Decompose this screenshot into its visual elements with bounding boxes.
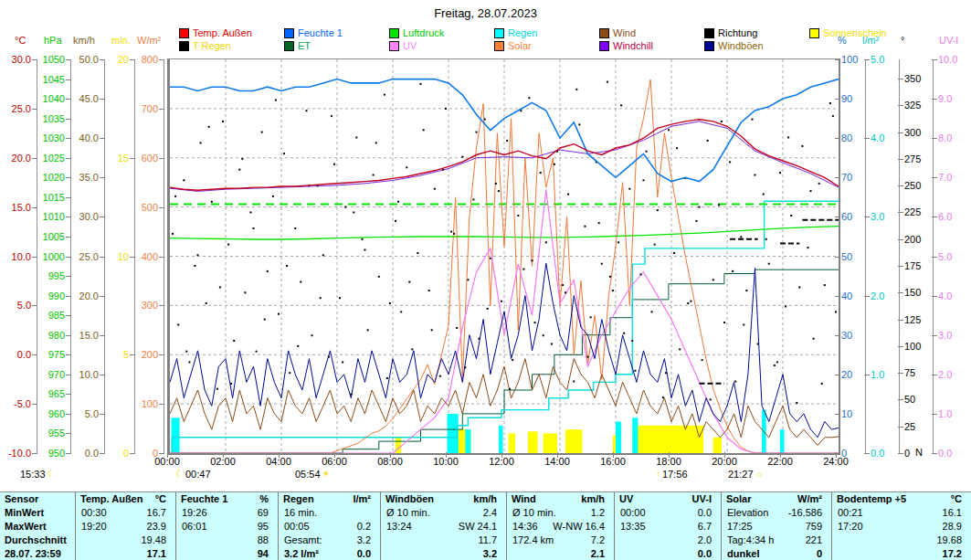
table-row-label: 28.07. 23:59 (0, 547, 75, 560)
legend-item-luftdruck[interactable]: Luftdruck (389, 27, 444, 38)
axis-tick (898, 266, 903, 267)
direction-scatter (768, 263, 770, 265)
direction-scatter (584, 226, 586, 227)
legend-label: ET (298, 40, 311, 51)
direction-scatter-2 (755, 174, 756, 176)
direction-scatter (801, 145, 803, 147)
moonrise-icon: ↑ (656, 470, 660, 479)
legend-item-wind[interactable]: Wind (599, 27, 636, 38)
legend-color-swatch (494, 41, 504, 51)
table-cell: 13:356.7 (615, 520, 721, 534)
direction-scatter (745, 290, 747, 291)
direction-scatter (206, 302, 207, 304)
legend-item-regen[interactable]: Regen (494, 27, 537, 38)
direction-scatter (456, 327, 458, 329)
direction-scatter (807, 247, 809, 248)
direction-scatter (734, 381, 736, 383)
legend-item-et[interactable]: ET (284, 40, 311, 51)
direction-scatter (646, 151, 648, 153)
axis-tick (864, 59, 870, 60)
table-cell-left: 17:20 (838, 520, 863, 534)
direction-scatter (272, 195, 274, 197)
x-axis-tick (223, 452, 224, 458)
table-column-unit: l/m² (353, 492, 371, 506)
table-cell-value: 19.68 (936, 534, 962, 547)
axis-tick-label-hpa: 1020 (26, 173, 65, 183)
legend-color-swatch (704, 28, 714, 38)
direction-scatter-2 (386, 377, 388, 379)
sunshine-bars (632, 426, 703, 453)
axis-tick-label-kmh: 15.0 (60, 331, 99, 341)
table-row-label: MinWert (0, 506, 75, 520)
axis-tick (66, 119, 71, 120)
legend-item-richtung[interactable]: Richtung (704, 27, 757, 38)
axis-tick-label-hpa: 1045 (26, 75, 65, 85)
x-axis-tick (557, 452, 558, 458)
sunshine-bars (713, 438, 722, 453)
plot-area[interactable] (167, 58, 840, 455)
sunshine-bars (509, 433, 516, 453)
axis-tick (898, 373, 903, 374)
axis-tick-label-uvi: 4.0 (938, 291, 952, 301)
table-column-name: Solar (726, 492, 752, 506)
axis-tick-label-kmh: 20.0 (60, 291, 99, 301)
direction-scatter (634, 370, 636, 372)
axis-tick (66, 197, 71, 198)
legend-item-temp-au-en[interactable]: Temp. Außen (179, 27, 252, 38)
direction-scatter (333, 164, 335, 165)
table-column-windb-en: Windböenkm/hØ 10 min.2.413:24SW 24.111.7… (381, 492, 507, 560)
direction-scatter-2 (241, 158, 243, 160)
direction-scatter-2 (331, 115, 332, 117)
direction-scatter-2 (375, 142, 377, 143)
table-cell: Ø 10 min.2.4 (381, 506, 506, 520)
legend-item-windchill[interactable]: Windchill (599, 40, 653, 51)
table-cell-left: 17:25 (727, 520, 753, 534)
astro-time-sunrise: 05:54☀ (295, 469, 331, 480)
direction-scatter-2 (575, 89, 577, 90)
direction-scatter (411, 348, 413, 350)
direction-scatter (172, 233, 174, 235)
legend-label: Windchill (613, 40, 653, 51)
legend-label: Feuchte 1 (298, 27, 343, 38)
direction-scatter (261, 132, 263, 133)
direction-scatter (306, 110, 308, 111)
direction-scatter (567, 194, 569, 195)
table-cell: 19.48 (76, 534, 175, 547)
direction-scatter (601, 263, 603, 265)
table-column-sensor: SensorMinWertMaxWertDurchschnitt28.07. 2… (0, 492, 76, 560)
axis-tick-label-wm2: 400 (120, 252, 158, 262)
chart-canvas[interactable] (170, 59, 839, 453)
x-axis-tick (724, 452, 725, 458)
axis-line-deg (899, 59, 900, 453)
legend-item-solar[interactable]: Solar (494, 40, 532, 51)
table-cell: 19.68 (832, 534, 971, 547)
axis-tick-label-hpa: 955 (26, 428, 65, 438)
direction-scatter (785, 306, 786, 308)
table-cell-value: 0.0 (698, 547, 712, 560)
direction-scatter (673, 252, 675, 254)
axis-tick (100, 217, 105, 217)
table-cell: 172.4 km7.2 (507, 534, 614, 547)
axis-tick-label-deg: 250 (904, 181, 921, 191)
legend-item-t-regen[interactable]: T Regen (179, 40, 231, 51)
compass-north-label: N (915, 447, 923, 458)
axis-tick-label-kmh: 40.0 (60, 133, 99, 143)
axis-tick-label-lm2: 1.0 (871, 370, 884, 380)
table-cell-left: Ø 10 min. (386, 506, 430, 520)
direction-scatter (294, 227, 296, 229)
legend-item-feuchte-1[interactable]: Feuchte 1 (284, 27, 343, 38)
table-cell-value: 0 (817, 547, 822, 560)
table-cell: 94 (176, 547, 278, 560)
axis-unit-temp: °C (15, 35, 26, 46)
legend-label: Luftdruck (403, 27, 444, 38)
direction-scatter (233, 340, 235, 342)
axis-tick-label-temp: 15.0 (0, 203, 31, 213)
legend-item-windb-en[interactable]: Windböen (704, 40, 764, 51)
axis-tick-label-hpa: 975 (26, 350, 65, 360)
legend-item-uv[interactable]: UV (389, 40, 417, 51)
axis-tick (898, 132, 903, 133)
astro-time-label: 05:54 (295, 469, 321, 480)
direction-scatter (479, 338, 480, 340)
rain-interval-bars (499, 426, 503, 453)
axis-tick-label-hpa: 1035 (26, 114, 65, 124)
